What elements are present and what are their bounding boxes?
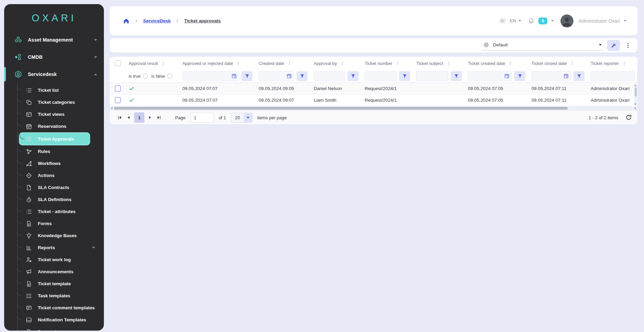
filter-is-true-label: is true — [129, 74, 141, 79]
sidebar-item-forms[interactable]: Forms — [17, 218, 104, 230]
ticket_closed_date-filter-button[interactable] — [573, 71, 584, 81]
page-1-button[interactable]: 1 — [134, 112, 144, 123]
sidebar-item-reports[interactable]: Reports — [17, 242, 104, 254]
ticket_number-filter-button[interactable] — [399, 71, 410, 81]
vertical-scroll-thumb[interactable] — [635, 88, 637, 97]
sidebar-item-actions[interactable]: Actions — [17, 169, 104, 181]
calendar-picker-icon[interactable] — [563, 73, 569, 79]
user-avatar[interactable] — [560, 14, 573, 27]
column-menu-icon[interactable] — [446, 61, 451, 66]
created_date-filter-button[interactable] — [297, 71, 308, 81]
chevron-down-icon[interactable] — [624, 20, 626, 22]
previous-page-button[interactable] — [124, 113, 133, 122]
ticket_reporter-filter-input[interactable] — [591, 71, 635, 81]
scroll-down-arrow[interactable] — [634, 103, 636, 105]
column-menu-icon[interactable] — [340, 61, 345, 66]
grid-settings-button[interactable] — [607, 40, 620, 51]
cell-select — [110, 83, 126, 94]
breadcrumb-current-page[interactable]: Ticket approvals — [184, 18, 221, 23]
table-row[interactable]: 09.05.2024 07:0709.05.2024 09:07Liam Smi… — [110, 95, 637, 106]
more-options-button[interactable] — [625, 42, 631, 49]
sidebar-item-sla-contracts[interactable]: SLA Contracts — [17, 181, 104, 193]
approval_by-filter-button[interactable] — [347, 71, 358, 81]
sidebar-item-protocols[interactable]: Protocols — [17, 326, 104, 331]
language-selector[interactable]: EN — [509, 18, 521, 23]
row-select-checkbox[interactable] — [115, 97, 121, 103]
sidebar-item-task-templates[interactable]: Task templates — [17, 290, 104, 302]
person-log-icon — [26, 257, 32, 263]
pager-info: 1 - 2 of 2 items — [589, 114, 632, 121]
column-menu-icon[interactable] — [395, 61, 400, 66]
page-size-select[interactable]: 20 — [231, 113, 252, 123]
home-icon[interactable] — [123, 18, 130, 24]
sidebar-item-rules[interactable]: Rules — [17, 145, 104, 157]
scroll-left-arrow[interactable] — [111, 107, 112, 109]
view-icon — [483, 42, 489, 48]
page-number-input[interactable] — [190, 113, 214, 123]
sidebar-item-knowledge-bases[interactable]: Knowledge Bases — [17, 230, 104, 242]
cell-ticket_number: Request/2024/1 — [362, 83, 413, 94]
view-selector-dropdown[interactable]: Default — [482, 40, 603, 51]
chevron-down-icon — [247, 117, 249, 119]
breadcrumb-servicedesk-link[interactable]: ServiceDesk — [143, 18, 171, 23]
scroll-up-arrow[interactable] — [634, 85, 636, 86]
filter-cell-ticket_reporter — [588, 70, 637, 82]
column-menu-icon[interactable] — [236, 61, 241, 66]
ticket_subject-filter-input[interactable] — [416, 71, 448, 81]
table-row[interactable]: 09.05.2024 07:0709.05.2024 09:05Daniel N… — [110, 83, 637, 95]
notifications-count-badge[interactable]: 0 — [538, 18, 547, 24]
approved_or_rejected_date-filter-button[interactable] — [242, 71, 253, 81]
ticket_subject-filter-button[interactable] — [451, 71, 462, 81]
calendar-picker-icon[interactable] — [504, 73, 510, 79]
sidebar-item-ticket-categories[interactable]: Ticket categories — [17, 96, 104, 108]
sidebar-item-ticket-comment-templates[interactable]: Ticket comment templates — [17, 302, 104, 314]
sidebar-item-announcements[interactable]: Announcements — [17, 266, 104, 278]
filter-is-false-radio[interactable] — [167, 74, 172, 79]
refresh-button[interactable] — [625, 114, 632, 121]
ticket_number-filter-input[interactable] — [365, 71, 397, 81]
cell-approval_result — [126, 95, 179, 106]
sidebar-section-servicedesk[interactable]: Servicedesk — [4, 66, 104, 83]
column-menu-icon[interactable] — [287, 61, 292, 66]
sidebar-item-ticket-work-log[interactable]: Ticket work log — [17, 254, 104, 266]
column-menu-icon[interactable] — [161, 61, 166, 66]
next-page-button[interactable] — [146, 113, 154, 122]
sidebar-item-workflows[interactable]: Workflows — [17, 157, 104, 169]
column-menu-icon[interactable] — [570, 61, 575, 66]
previous-page-icon — [126, 115, 131, 120]
sidebar-item-ticket-approvals[interactable]: Ticket Approvals — [19, 132, 90, 145]
ticket_reporter-filter-button[interactable] — [637, 71, 637, 81]
sidebar-item-ticket-list[interactable]: Ticket list — [17, 84, 104, 96]
filter-cell-ticket_closed_date — [528, 70, 588, 82]
chevron-down-icon[interactable] — [551, 20, 554, 22]
first-page-button[interactable] — [115, 113, 124, 122]
horizontal-scrollbar[interactable] — [110, 106, 637, 110]
horizontal-scroll-thumb[interactable] — [114, 107, 568, 110]
table-icon — [26, 111, 32, 118]
calendar-picker-icon[interactable] — [231, 73, 237, 79]
column-menu-icon[interactable] — [508, 61, 513, 66]
sidebar-item-notification-templates[interactable]: Notification Templates — [17, 314, 104, 326]
last-page-button[interactable] — [154, 113, 163, 122]
approval_by-filter-input[interactable] — [314, 71, 345, 81]
sidebar-item-ticket-attributes[interactable]: Ticket - attributes — [17, 206, 104, 218]
calendar-picker-icon[interactable] — [286, 73, 292, 79]
row-select-checkbox[interactable] — [115, 86, 121, 91]
select-all-checkbox[interactable] — [115, 60, 121, 66]
approved_or_rejected_date-filter-input[interactable] — [182, 71, 239, 81]
settings-gear-icon[interactable] — [499, 18, 506, 24]
sidebar-item-sla-definitions[interactable]: SLA Definitions — [17, 193, 104, 206]
sidebar-item-ticket-template[interactable]: Ticket template — [17, 278, 104, 290]
column-menu-icon[interactable] — [622, 61, 627, 66]
sidebar-section-cmdb[interactable]: CMDB — [4, 48, 104, 66]
header-cell-ticket-number: Ticket number — [362, 57, 413, 70]
sidebar-item-reservations[interactable]: Reservations — [17, 120, 104, 132]
notifications-bell-icon[interactable] — [528, 18, 535, 24]
vertical-scrollbar[interactable] — [634, 84, 637, 106]
cell-ticket_number: Request/2024/1 — [362, 95, 413, 106]
filter-is-true-radio[interactable] — [143, 74, 148, 79]
sidebar-section-asset-management[interactable]: Asset Management — [4, 31, 104, 48]
scroll-right-arrow[interactable] — [635, 107, 636, 109]
sidebar-item-ticket-views[interactable]: Ticket views — [17, 108, 104, 120]
ticket_created_date-filter-button[interactable] — [514, 71, 525, 81]
